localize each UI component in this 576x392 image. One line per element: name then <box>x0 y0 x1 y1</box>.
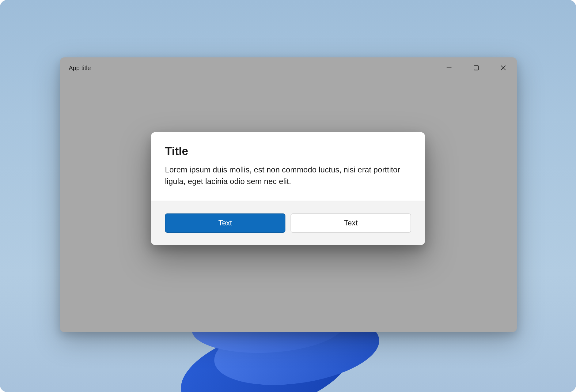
dialog-primary-label: Text <box>218 219 232 228</box>
dialog-body: Title Lorem ipsum duis mollis, est non c… <box>151 132 425 201</box>
dialog-secondary-button[interactable]: Text <box>291 213 411 233</box>
app-title: App title <box>69 64 91 71</box>
dialog-title: Title <box>165 144 411 158</box>
dialog-footer: Text Text <box>151 201 425 245</box>
minimize-icon <box>446 65 452 70</box>
maximize-button[interactable] <box>463 57 490 78</box>
maximize-icon <box>474 65 479 70</box>
desktop-viewport: App title Title Lorem ipsum duis mollis,… <box>0 0 576 392</box>
dialog-body-text: Lorem ipsum duis mollis, est non commodo… <box>165 164 411 188</box>
minimize-button[interactable] <box>435 57 463 78</box>
dialog-secondary-label: Text <box>344 219 358 228</box>
window-controls <box>435 57 517 78</box>
titlebar[interactable]: App title <box>60 57 517 78</box>
dialog-primary-button[interactable]: Text <box>165 213 286 233</box>
close-button[interactable] <box>490 57 517 78</box>
content-dialog: Title Lorem ipsum duis mollis, est non c… <box>151 132 425 245</box>
close-icon <box>501 65 506 70</box>
svg-rect-1 <box>474 66 478 70</box>
